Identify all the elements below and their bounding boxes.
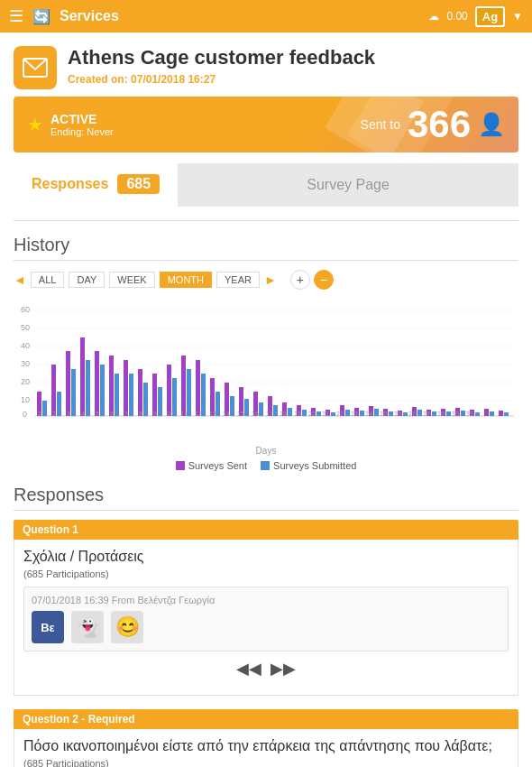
chart-btn-month[interactable]: MONTH: [160, 272, 212, 288]
chart-nav-right[interactable]: ►: [264, 273, 277, 287]
tabs-divider: [14, 220, 518, 221]
page-header: Athens Cage customer feedback Created on…: [14, 46, 518, 89]
svg-rect-66: [403, 412, 408, 416]
question-2-participations: (685 Participations): [23, 758, 509, 767]
sent-to-number: 366: [408, 106, 471, 143]
responses-badge: 685: [117, 174, 160, 194]
status-ending: Ending: Never: [50, 126, 114, 137]
svg-rect-25: [109, 356, 114, 416]
svg-text:0: 0: [23, 410, 27, 419]
svg-text:3: 3: [67, 411, 70, 417]
question-1-content: Σχόλια / Προτάσεις (685 Participations) …: [14, 540, 518, 696]
ghost-icon: 👻: [71, 611, 104, 643]
chart-add-btn[interactable]: +: [290, 270, 310, 290]
svg-text:15: 15: [237, 411, 244, 417]
nav-title: Services: [60, 8, 119, 24]
svg-rect-44: [244, 399, 249, 416]
tab-responses-label: Responses: [32, 176, 108, 192]
svg-text:17: 17: [266, 411, 273, 417]
svg-text:11: 11: [180, 411, 188, 417]
prev-prev-btn[interactable]: ◀◀: [236, 659, 261, 679]
page-title: Athens Cage customer feedback: [68, 46, 375, 69]
svg-rect-36: [187, 369, 191, 416]
svg-text:19: 19: [294, 411, 301, 417]
smile-icon: 😊: [111, 611, 143, 643]
hamburger-menu[interactable]: ☰: [9, 6, 23, 26]
person-icon: 👤: [478, 112, 505, 137]
svg-rect-48: [273, 405, 278, 416]
tab-responses[interactable]: Responses 685: [14, 163, 178, 207]
svg-rect-20: [71, 369, 76, 416]
svg-rect-50: [288, 408, 292, 416]
svg-rect-24: [100, 365, 105, 416]
svg-text:25: 25: [380, 411, 387, 417]
svg-text:5: 5: [96, 411, 99, 417]
svg-rect-72: [446, 411, 451, 416]
chart-nav-left[interactable]: ◄: [14, 273, 26, 287]
chart-x-label: Days: [14, 446, 518, 456]
svg-text:9: 9: [153, 411, 157, 417]
svg-text:8: 8: [139, 411, 142, 417]
question-1: Question 1 Σχόλια / Προτάσεις (685 Parti…: [14, 520, 518, 696]
star-icon: ★: [27, 114, 43, 135]
svg-rect-37: [196, 360, 200, 416]
svg-text:40: 40: [21, 341, 30, 350]
svg-rect-19: [66, 351, 70, 416]
nav-balance: 0.00: [446, 10, 467, 23]
tabs: Responses 685 Survey Page: [14, 163, 518, 207]
sent-to-label: Sent to: [361, 117, 400, 132]
svg-text:28: 28: [423, 411, 430, 417]
question-1-label: Question 1: [14, 520, 518, 540]
pagination: ◀◀ ▶▶: [23, 659, 509, 679]
svg-rect-79: [499, 411, 503, 416]
svg-rect-74: [461, 411, 465, 416]
svg-rect-33: [167, 365, 171, 416]
chart-controls: ◄ ALL DAY WEEK MONTH YEAR ► + −: [14, 270, 518, 290]
svg-rect-21: [80, 337, 85, 416]
svg-rect-30: [143, 383, 148, 416]
svg-rect-42: [230, 396, 234, 416]
chart-minus-btn[interactable]: −: [314, 270, 334, 290]
svg-rect-52: [302, 410, 307, 416]
chart-btn-week[interactable]: WEEK: [109, 272, 154, 288]
svg-text:4: 4: [81, 411, 85, 417]
responses-section: Responses Question 1 Σχόλια / Προτάσεις …: [14, 485, 518, 767]
svg-rect-62: [374, 409, 379, 416]
svg-rect-70: [432, 411, 436, 416]
chart-btn-all[interactable]: ALL: [31, 272, 65, 288]
avatar[interactable]: Ag: [475, 6, 505, 27]
svg-text:27: 27: [408, 411, 416, 417]
svg-text:18: 18: [280, 411, 287, 417]
status-banner: ★ ACTIVE Ending: Never Sent to 366 👤: [14, 97, 518, 152]
svg-text:6: 6: [110, 411, 114, 417]
svg-rect-27: [124, 360, 128, 416]
svg-text:12: 12: [195, 411, 202, 417]
svg-text:14: 14: [223, 411, 230, 417]
chart-btn-year[interactable]: YEAR: [216, 272, 260, 288]
svg-rect-18: [57, 392, 61, 416]
svg-text:50: 50: [21, 323, 30, 332]
svg-rect-23: [95, 351, 99, 416]
svg-rect-17: [51, 365, 56, 416]
behance-icon: Bε: [32, 611, 64, 643]
svg-text:22: 22: [336, 411, 344, 417]
dropdown-icon[interactable]: ▼: [512, 10, 523, 23]
svg-text:10: 10: [21, 395, 30, 404]
chart-btn-day[interactable]: DAY: [69, 272, 105, 288]
svg-text:7: 7: [124, 411, 128, 417]
mail-icon-box: [14, 46, 57, 89]
created-on: Created on: 07/01/2018 16:27: [68, 73, 375, 86]
cloud-icon: ☁: [428, 10, 439, 23]
next-next-btn[interactable]: ▶▶: [271, 659, 296, 679]
services-icon: 🔄: [32, 8, 50, 25]
responses-title: Responses: [14, 485, 518, 511]
tab-survey-page[interactable]: Survey Page: [178, 163, 518, 207]
top-nav: ☰ 🔄 Services ☁ 0.00 Ag ▼: [0, 0, 532, 32]
chart-legend: Surveys Sent Surveys Submitted: [14, 460, 518, 471]
svg-rect-46: [259, 402, 263, 416]
svg-rect-77: [484, 409, 489, 416]
svg-text:21: 21: [322, 411, 329, 417]
svg-rect-35: [181, 356, 186, 416]
svg-rect-76: [475, 412, 480, 416]
svg-rect-60: [360, 411, 364, 416]
